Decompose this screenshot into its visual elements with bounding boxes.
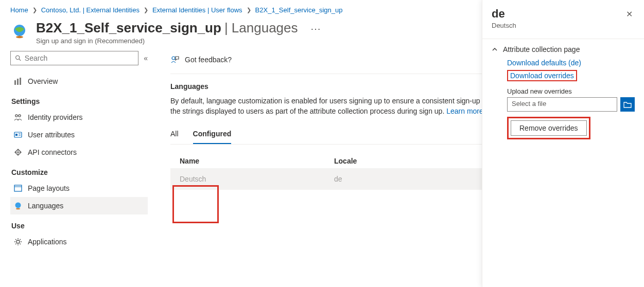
svg-rect-2 <box>19 35 20 37</box>
svg-rect-6 <box>17 79 19 85</box>
nav-label: Overview <box>28 77 58 85</box>
globe-small-icon <box>13 201 23 210</box>
crumb-flows[interactable]: External Identities | User flows <box>152 6 242 14</box>
cell-name: Deutsch <box>180 175 334 183</box>
chevron-up-icon <box>492 46 498 52</box>
connectors-icon <box>13 148 23 157</box>
divider <box>482 39 644 39</box>
search-input[interactable] <box>10 51 138 65</box>
nav-overview[interactable]: Overview <box>10 73 148 90</box>
svg-point-20 <box>16 240 20 243</box>
svg-point-18 <box>15 203 21 208</box>
tab-configured[interactable]: Configured <box>193 125 232 144</box>
nav-label: User attributes <box>28 131 75 139</box>
chevron-right-icon: ❯ <box>144 7 148 13</box>
layout-icon <box>13 184 23 193</box>
side-panel: de Deutsch ✕ Attribute collection page D… <box>482 0 644 287</box>
feedback-icon <box>170 55 180 64</box>
svg-point-9 <box>19 115 21 117</box>
panel-title: de <box>492 7 516 21</box>
card-icon <box>13 130 23 139</box>
overview-icon <box>13 77 23 86</box>
nav-applications[interactable]: Applications <box>10 233 148 250</box>
svg-point-8 <box>15 115 18 117</box>
col-name: Name <box>180 157 334 165</box>
remove-overrides-button[interactable]: Remove overrides <box>511 120 587 136</box>
accordion-body: Download defaults (de) Download override… <box>492 53 635 139</box>
nav-label: Applications <box>28 238 67 246</box>
collapse-sidebar-icon[interactable]: « <box>144 54 148 62</box>
nav-section-use: Use <box>10 214 148 233</box>
nav-label: Identity providers <box>28 113 83 121</box>
nav-api-connectors[interactable]: API connectors <box>10 144 148 161</box>
more-icon[interactable]: ⋯ <box>310 23 321 35</box>
accordion-header[interactable]: Attribute collection page <box>492 45 635 53</box>
upload-label: Upload new overrides <box>507 87 635 95</box>
accordion-label: Attribute collection page <box>503 45 580 53</box>
gear-icon <box>13 237 23 246</box>
nav-section-customize: Customize <box>10 161 148 180</box>
svg-point-29 <box>172 57 175 60</box>
people-icon <box>13 113 23 122</box>
folder-icon <box>623 101 632 108</box>
svg-line-26 <box>20 244 21 245</box>
search-icon <box>15 55 22 62</box>
svg-line-27 <box>15 244 16 245</box>
feedback-link[interactable]: Got feedback? <box>185 56 232 64</box>
svg-rect-5 <box>14 80 16 85</box>
page-title: B2X_1_Self_service_sign_up <box>36 20 221 36</box>
cell-locale: de <box>334 175 342 183</box>
nav-label: API connectors <box>28 148 77 156</box>
crumb-org[interactable]: Contoso, Ltd. | External Identities <box>41 6 140 14</box>
svg-rect-16 <box>14 185 22 191</box>
chevron-right-icon: ❯ <box>247 7 251 13</box>
highlight-box: Download overrides <box>507 70 577 81</box>
page-title-suffix: | Languages <box>224 20 298 36</box>
svg-line-28 <box>20 239 21 240</box>
svg-line-25 <box>15 239 16 240</box>
nav-section-settings: Settings <box>10 90 148 109</box>
browse-folder-button[interactable] <box>620 97 635 112</box>
svg-rect-11 <box>15 134 18 136</box>
download-defaults-link[interactable]: Download defaults (de) <box>507 59 635 67</box>
svg-rect-7 <box>20 78 21 85</box>
sidebar: « Overview Settings Identity providers U… <box>0 51 156 259</box>
chevron-right-icon: ❯ <box>32 7 37 13</box>
download-overrides-link[interactable]: Download overrides <box>510 71 574 80</box>
file-input[interactable]: Select a file <box>507 97 617 112</box>
nav-user-attributes[interactable]: User attributes <box>10 126 148 144</box>
svg-point-19 <box>16 208 20 209</box>
panel-subtitle: Deutsch <box>492 22 516 29</box>
svg-point-3 <box>16 56 20 59</box>
tab-all[interactable]: All <box>170 125 179 144</box>
highlight-box: Remove overrides <box>507 117 590 139</box>
nav-identity-providers[interactable]: Identity providers <box>10 109 148 126</box>
nav-languages[interactable]: Languages <box>10 197 148 214</box>
globe-icon <box>10 22 29 41</box>
svg-line-4 <box>19 59 21 61</box>
crumb-home[interactable]: Home <box>10 6 28 14</box>
nav-label: Page layouts <box>28 184 69 192</box>
page-subtitle: Sign up and sign in (Recommended) <box>36 37 321 45</box>
close-icon[interactable]: ✕ <box>624 7 635 21</box>
crumb-flow[interactable]: B2X_1_Self_service_sign_up <box>255 6 343 14</box>
nav-label: Languages <box>28 202 63 210</box>
col-locale: Locale <box>334 157 357 165</box>
nav-page-layouts[interactable]: Page layouts <box>10 180 148 197</box>
